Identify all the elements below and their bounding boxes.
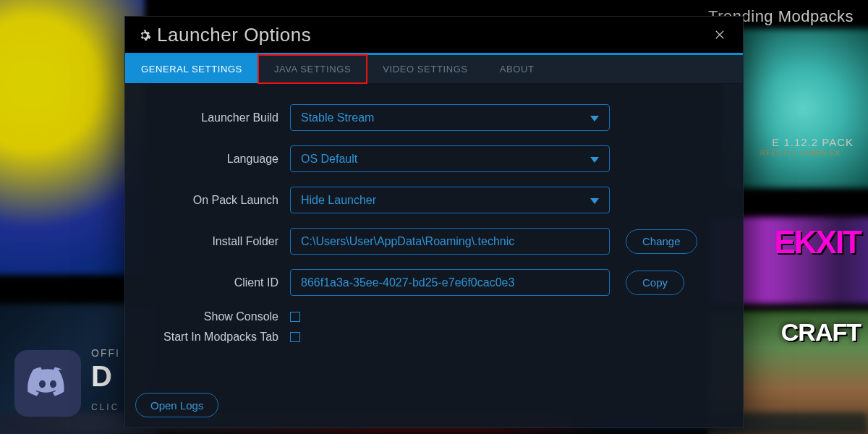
show-console-label: Show Console bbox=[140, 310, 290, 323]
install-folder-label: Install Folder bbox=[140, 235, 290, 248]
language-select[interactable]: OS Default bbox=[290, 145, 610, 172]
copy-button[interactable]: Copy bbox=[626, 271, 684, 295]
gear-icon bbox=[138, 29, 151, 42]
chevron-down-icon bbox=[590, 153, 599, 166]
show-console-checkbox[interactable] bbox=[290, 312, 300, 322]
modal-title: Launcher Options bbox=[157, 24, 311, 46]
click-partial-label: CLIC bbox=[91, 402, 119, 412]
chevron-down-icon bbox=[590, 194, 599, 207]
launcher-build-label: Launcher Build bbox=[140, 111, 290, 124]
discord-icon[interactable] bbox=[14, 350, 81, 417]
open-logs-button[interactable]: Open Logs bbox=[135, 393, 218, 417]
change-button[interactable]: Change bbox=[626, 229, 697, 254]
tab-video-settings[interactable]: VIDEO SETTINGS bbox=[367, 55, 483, 83]
pack-name-label: E 1.12.2 PACK bbox=[772, 136, 854, 148]
tab-about[interactable]: ABOUT bbox=[484, 55, 550, 83]
client-id-field[interactable] bbox=[290, 269, 610, 296]
start-in-modpacks-label: Start In Modpacks Tab bbox=[140, 331, 290, 344]
chevron-down-icon bbox=[590, 111, 599, 124]
install-folder-field[interactable] bbox=[290, 228, 610, 255]
official-partial-label: OFFI bbox=[91, 347, 120, 359]
modpack-tekkit-label: EKXIT bbox=[774, 224, 861, 260]
pack-subtitle-label: RFECTLY COMPLEX bbox=[760, 149, 841, 157]
client-id-input[interactable] bbox=[301, 276, 599, 289]
tabs-bar: GENERAL SETTINGS JAVA SETTINGS VIDEO SET… bbox=[125, 55, 743, 84]
language-value: OS Default bbox=[301, 153, 357, 166]
tab-general-settings[interactable]: GENERAL SETTINGS bbox=[125, 55, 258, 83]
d-partial-label: D bbox=[91, 360, 112, 393]
launcher-build-value: Stable Stream bbox=[301, 111, 374, 124]
modpack-craft-label: CRAFT bbox=[781, 318, 861, 346]
modal-header: Launcher Options bbox=[125, 17, 743, 53]
on-pack-launch-value: Hide Launcher bbox=[301, 194, 376, 207]
client-id-label: Client ID bbox=[140, 276, 290, 289]
language-label: Language bbox=[140, 153, 290, 166]
start-in-modpacks-checkbox[interactable] bbox=[290, 332, 300, 342]
launcher-build-select[interactable]: Stable Stream bbox=[290, 104, 610, 131]
close-button[interactable] bbox=[710, 25, 730, 45]
on-pack-launch-select[interactable]: Hide Launcher bbox=[290, 187, 610, 213]
tab-java-settings[interactable]: JAVA SETTINGS bbox=[258, 55, 367, 83]
launcher-options-modal: Launcher Options GENERAL SETTINGS JAVA S… bbox=[124, 16, 744, 428]
on-pack-launch-label: On Pack Launch bbox=[140, 194, 290, 207]
install-folder-input[interactable] bbox=[301, 235, 599, 248]
